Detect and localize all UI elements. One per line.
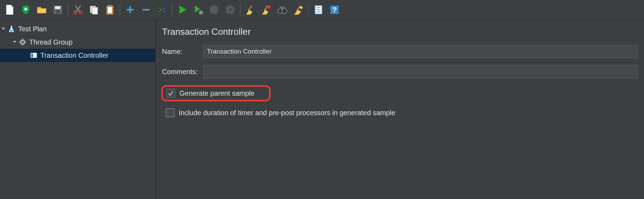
beaker-shield-icon xyxy=(20,4,31,15)
svg-point-11 xyxy=(199,10,203,15)
svg-text:?: ? xyxy=(332,6,337,14)
tree-toggle[interactable] xyxy=(11,40,18,44)
svg-rect-10 xyxy=(108,5,112,7)
toolbar: ? xyxy=(0,0,644,19)
open-button[interactable] xyxy=(34,2,49,17)
templates-button[interactable] xyxy=(18,2,33,17)
new-file-button[interactable] xyxy=(2,2,17,17)
svg-point-23 xyxy=(22,41,24,43)
svg-point-17 xyxy=(282,9,287,14)
floppy-disk-icon xyxy=(52,4,63,15)
notepad-icon xyxy=(313,4,324,15)
name-input[interactable] xyxy=(203,45,638,58)
svg-rect-3 xyxy=(56,10,60,13)
editor-panel: Transaction Controller Name: Comments: G… xyxy=(156,19,644,199)
play-icon xyxy=(177,4,188,15)
toggle-icon xyxy=(156,4,168,15)
save-button[interactable] xyxy=(50,2,65,17)
broom-all-icon xyxy=(261,4,272,15)
clear-all-button[interactable] xyxy=(259,2,274,17)
stop-icon xyxy=(209,4,220,15)
svg-marker-12 xyxy=(210,6,218,14)
svg-point-15 xyxy=(267,5,271,9)
tree-node-thread-group[interactable]: Thread Group xyxy=(0,35,155,49)
folder-open-icon xyxy=(36,4,47,15)
tree-node-label: Test Plan xyxy=(18,25,47,33)
function-helper-button[interactable] xyxy=(311,2,326,17)
toolbar-separator xyxy=(172,3,172,16)
svg-rect-24 xyxy=(22,38,23,40)
plus-icon xyxy=(124,4,136,15)
include-duration-checkbox[interactable] xyxy=(166,108,175,117)
tree-toggle[interactable] xyxy=(0,27,7,31)
reset-search-button[interactable] xyxy=(291,2,306,17)
svg-rect-18 xyxy=(280,6,285,9)
gear-icon xyxy=(18,38,27,46)
minus-icon xyxy=(140,4,152,15)
binoculars-icon xyxy=(277,4,288,15)
toggle-button[interactable] xyxy=(154,2,170,17)
help-button[interactable]: ? xyxy=(327,2,342,17)
tree-node-transaction-controller[interactable]: Transaction Controller xyxy=(0,49,155,62)
tree-panel: Test Plan Thread Group Transaction Contr… xyxy=(0,19,156,199)
paste-button[interactable] xyxy=(102,2,118,17)
collapse-button[interactable] xyxy=(138,2,154,17)
toolbar-separator xyxy=(308,3,309,16)
svg-rect-7 xyxy=(92,7,98,14)
clipboard-icon xyxy=(104,4,115,15)
svg-rect-29 xyxy=(31,54,33,57)
expand-button[interactable] xyxy=(122,2,138,17)
toolbar-separator xyxy=(120,3,120,16)
controller-icon xyxy=(29,51,38,59)
start-button[interactable] xyxy=(175,2,190,17)
tree-node-test-plan[interactable]: Test Plan xyxy=(0,22,155,35)
svg-rect-26 xyxy=(19,42,20,42)
svg-rect-25 xyxy=(22,45,23,46)
beaker-icon xyxy=(7,25,16,33)
include-duration-label: Include duration of timer and pre-post p… xyxy=(179,109,395,117)
highlight-annotation: Generate parent sample xyxy=(161,85,271,101)
toolbar-separator xyxy=(67,3,68,16)
copy-icon xyxy=(88,4,99,15)
generate-parent-checkbox[interactable] xyxy=(166,89,175,98)
name-label: Name: xyxy=(162,48,203,56)
start-no-pause-button[interactable] xyxy=(191,2,206,17)
help-icon: ? xyxy=(329,4,340,15)
copy-button[interactable] xyxy=(86,2,102,17)
shutdown-button xyxy=(223,2,238,17)
toolbar-separator xyxy=(240,3,241,16)
broom-icon xyxy=(245,4,256,15)
cut-button[interactable] xyxy=(70,2,86,17)
svg-rect-9 xyxy=(108,7,112,13)
scissors-icon xyxy=(72,4,83,15)
comments-label: Comments: xyxy=(162,68,203,76)
svg-point-14 xyxy=(228,8,232,11)
stop-button xyxy=(207,2,222,17)
svg-point-0 xyxy=(24,8,27,10)
svg-rect-2 xyxy=(55,6,61,9)
shutdown-icon xyxy=(225,4,236,15)
clear-button[interactable] xyxy=(243,2,258,17)
broom-sparkle-icon xyxy=(293,4,304,15)
panel-title: Transaction Controller xyxy=(162,26,638,37)
tree-node-label: Transaction Controller xyxy=(40,51,108,59)
play-gear-icon xyxy=(193,4,204,15)
comments-input[interactable] xyxy=(203,65,638,78)
tree-node-label: Thread Group xyxy=(29,38,73,46)
new-file-icon xyxy=(4,4,15,15)
svg-rect-27 xyxy=(25,42,26,42)
generate-parent-label: Generate parent sample xyxy=(179,89,255,97)
search-button[interactable] xyxy=(275,2,290,17)
